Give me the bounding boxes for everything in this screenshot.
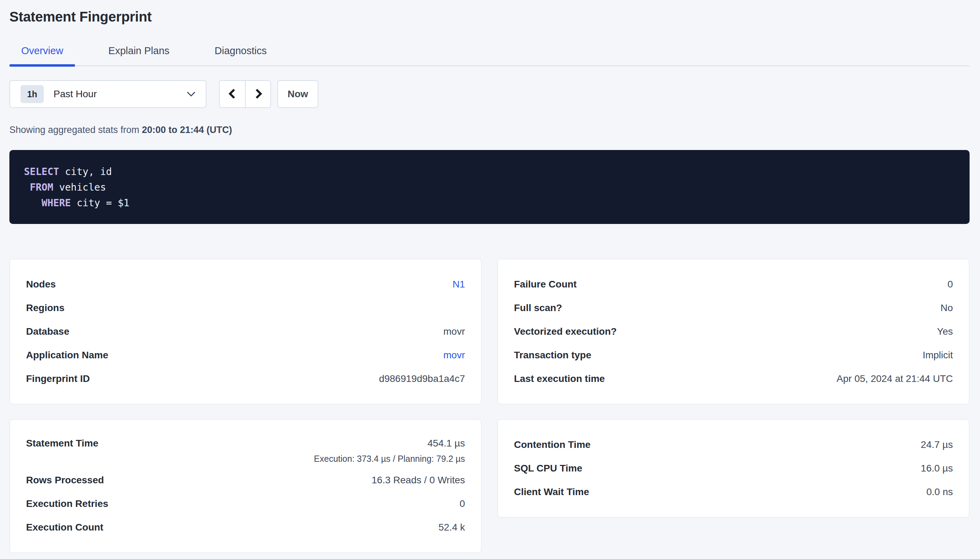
card-row: Database movr [26,320,465,343]
sql-line: FROM vehicles [24,180,955,195]
tab-explain-plans[interactable]: Explain Plans [96,40,181,65]
execution-attributes-card: Failure Count 0 Full scan? No Vectorized… [497,259,970,405]
row-value: 16.3 Reads / 0 Writes [371,475,465,486]
application-name-link[interactable]: movr [443,350,465,361]
card-row: Nodes N1 [26,273,465,296]
sql-statement-box: SELECT city, id FROM vehicles WHERE city… [9,150,970,224]
card-row: Contention Time 24.7 µs [514,433,953,456]
row-value: No [940,303,953,314]
row-label: Vectorized execution? [514,326,617,337]
row-value: 0 [947,279,953,290]
card-row: Failure Count 0 [514,273,953,296]
row-value: 16.0 µs [921,463,953,474]
sql-line: SELECT city, id [24,164,955,180]
time-next-button[interactable] [245,81,270,107]
row-value: 24.7 µs [921,439,953,450]
time-prev-button[interactable] [220,81,245,107]
time-range-badge: 1h [20,85,44,103]
row-label: Last execution time [514,373,605,384]
row-label: Client Wait Time [514,486,589,498]
row-label: Database [26,326,70,337]
row-value: 0.0 ns [927,486,953,498]
statement-time-breakdown: Execution: 373.4 µs / Planning: 79.2 µs [26,454,465,468]
now-button[interactable]: Now [277,80,318,108]
card-row: Transaction type Implicit [514,343,953,367]
row-label: Full scan? [514,303,562,314]
row-value: Implicit [923,350,953,361]
card-row: Last execution time Apr 05, 2024 at 21:4… [514,367,953,390]
card-row: Statement Time 454.1 µs [26,433,465,454]
row-value: movr [443,326,465,337]
statement-fingerprint-page: Statement Fingerprint Overview Explain P… [0,0,980,553]
card-row: Client Wait Time 0.0 ns [514,480,953,504]
tab-diagnostics[interactable]: Diagnostics [203,40,279,65]
row-label: Application Name [26,350,108,361]
row-label: Fingerprint ID [26,373,90,384]
row-label: Rows Processed [26,475,104,486]
tab-overview[interactable]: Overview [9,40,75,65]
wait-time-card: Contention Time 24.7 µs SQL CPU Time 16.… [497,419,970,518]
card-row: Vectorized execution? Yes [514,320,953,343]
page-title: Statement Fingerprint [9,8,970,25]
aggregation-range: 20:00 to 21:44 (UTC) [142,125,232,135]
fingerprint-id-value: d986919d9ba1a4c7 [379,373,465,384]
tabs-bar: Overview Explain Plans Diagnostics [9,40,970,66]
card-row: SQL CPU Time 16.0 µs [514,456,953,480]
time-controls: 1h Past Hour [9,80,970,108]
card-row: Fingerprint ID d986919d9ba1a4c7 [26,367,465,390]
row-label: Contention Time [514,439,590,450]
statement-stats-card: Statement Time 454.1 µs Execution: 373.4… [9,419,482,553]
chevron-left-icon [226,87,239,102]
row-label: Execution Retries [26,498,108,509]
time-range-label: Past Hour [53,89,97,100]
summary-cards-grid: Nodes N1 Regions Database movr Applicati… [9,259,970,553]
sql-keyword: FROM [30,182,53,193]
last-execution-time-value: Apr 05, 2024 at 21:44 UTC [836,373,953,384]
row-value: 454.1 µs [428,438,465,449]
aggregation-note-prefix: Showing aggregated stats from [9,125,142,135]
row-label: Regions [26,303,64,314]
card-row: Execution Retries 0 [26,492,465,516]
card-row: Rows Processed 16.3 Reads / 0 Writes [26,468,465,492]
card-row: Full scan? No [514,296,953,320]
card-row: Execution Count 52.4 k [26,516,465,539]
row-label: Nodes [26,279,56,290]
aggregation-note: Showing aggregated stats from 20:00 to 2… [9,125,970,136]
time-range-select[interactable]: 1h Past Hour [9,80,206,108]
row-value: 0 [459,498,465,509]
row-value: 52.4 k [439,522,465,533]
chevron-down-icon [186,91,196,97]
row-label: Failure Count [514,279,577,290]
node-link[interactable]: N1 [453,279,465,290]
row-label: Transaction type [514,350,592,361]
time-pager [219,80,271,108]
sql-line: WHERE city = $1 [24,195,955,211]
chevron-right-icon [252,87,264,102]
sql-keyword: WHERE [42,197,71,209]
row-label: Execution Count [26,522,103,533]
row-label: Statement Time [26,438,98,449]
row-label: SQL CPU Time [514,463,582,474]
sql-keyword: SELECT [24,166,59,177]
card-row: Regions [26,296,465,320]
statement-details-card: Nodes N1 Regions Database movr Applicati… [9,259,482,405]
card-row: Application Name movr [26,343,465,367]
row-value: Yes [937,326,953,337]
